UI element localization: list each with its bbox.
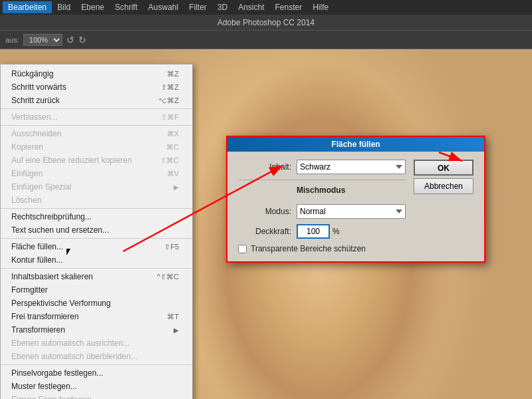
menu-item-ebenen-ausrichten[interactable]: Ebenen automatisch ausrichten... xyxy=(1,336,192,350)
zoom-select[interactable]: 100% xyxy=(23,34,63,46)
item-shortcut: ⌥⌘Z xyxy=(158,96,179,105)
menu-ebene[interactable]: Ebene xyxy=(76,1,110,13)
fill-dialog: Fläche füllen Inhalt: Schwarz Weiß Farbe… xyxy=(226,136,485,263)
menu-item-perspektivisch[interactable]: Perspektivische Verformung xyxy=(1,297,192,310)
item-label: Schritt zurück xyxy=(11,96,60,105)
menu-hilfe[interactable]: Hilfe xyxy=(307,1,334,13)
menu-section-6: Inhaltsbasiert skalieren ^⇧⌘C Formgitter… xyxy=(1,269,192,365)
main-area: Rückgängig ⌘Z Schritt vorwärts ⇧⌘Z Schri… xyxy=(0,49,532,399)
item-label: Inhaltsbasiert skalieren xyxy=(11,272,93,281)
dialog-buttons: OK Abbrechen xyxy=(414,160,473,194)
item-label: Perspektivische Verformung xyxy=(11,299,110,308)
inhalt-select[interactable]: Schwarz Weiß Farbe... xyxy=(297,160,406,174)
menu-item-muster-festlegen[interactable]: Muster festlegen... xyxy=(1,380,192,393)
item-label: Pinselvorgabe festlegen... xyxy=(11,368,103,378)
dropdown-menu: Rückgängig ⌘Z Schritt vorwärts ⇧⌘Z Schri… xyxy=(0,64,193,399)
menu-item-kopieren[interactable]: Kopieren ⌘C xyxy=(1,140,192,154)
menu-item-ausschneiden[interactable]: Ausschneiden ⌘X xyxy=(1,127,192,140)
dialog-title: Fläche füllen xyxy=(227,137,484,152)
menu-item-kopieren-reduziert[interactable]: Auf eine Ebene reduziert kopieren ⇧⌘C xyxy=(1,154,192,167)
menu-item-einfugen[interactable]: Einfügen ⌘V xyxy=(1,167,192,180)
item-label: Muster festlegen... xyxy=(11,382,77,391)
item-label: Frei transformieren xyxy=(11,312,78,321)
menu-schrift[interactable]: Schrift xyxy=(110,1,143,13)
item-shortcut: ⌘V xyxy=(167,170,179,178)
deckkraft-unit: % xyxy=(332,227,340,236)
modus-row: Modus: Normal Multiplizieren Überlagern xyxy=(238,204,406,219)
dialog-divider-1 xyxy=(238,180,406,180)
item-label: Fläche füllen... xyxy=(11,242,63,251)
menu-section-4: Rechtschreibprüfung... Text suchen und e… xyxy=(1,209,192,239)
menu-item-inhaltsbasiert[interactable]: Inhaltsbasiert skalieren ^⇧⌘C xyxy=(1,270,192,283)
item-label: Auf eine Ebene reduziert kopieren xyxy=(11,156,132,165)
item-shortcut: ▶ xyxy=(174,327,179,334)
ok-button[interactable]: OK xyxy=(414,160,473,176)
item-shortcut: ^⇧⌘C xyxy=(157,273,179,281)
item-shortcut: ⌘Z xyxy=(167,70,179,78)
item-label: Transformieren xyxy=(11,325,65,334)
menu-item-ebenen-ueberblenden[interactable]: Ebenen automatisch überblenden... xyxy=(1,350,192,363)
item-label: Eigene Form festlegen... xyxy=(11,395,98,399)
dialog-fields: Inhalt: Schwarz Weiß Farbe... Mischmodus xyxy=(238,160,406,253)
item-shortcut: ⌘X xyxy=(167,130,179,138)
toolbar-icon1[interactable]: ↺ xyxy=(66,35,74,45)
menu-item-frei-transformieren[interactable]: Frei transformieren ⌘T xyxy=(1,310,192,323)
toolbar-icon2[interactable]: ↻ xyxy=(78,35,86,45)
toolbar-aus-label: aus: xyxy=(5,36,19,44)
toolbar: aus: 100% ↺ ↻ xyxy=(0,31,532,49)
item-label: Text suchen und ersetzen... xyxy=(11,225,109,235)
menu-item-eigene-form[interactable]: Eigene Form festlegen... xyxy=(1,393,192,399)
menu-section-5: Fläche füllen... ⇧F5 Kontur füllen... xyxy=(1,239,192,269)
deckkraft-input[interactable] xyxy=(297,224,330,239)
menu-auswahl[interactable]: Auswahl xyxy=(143,1,184,13)
menu-bar: Bearbeiten Bild Ebene Schrift Auswahl Fi… xyxy=(0,0,532,15)
item-label: Kontur füllen... xyxy=(11,255,63,265)
item-shortcut: ⌘C xyxy=(166,143,179,152)
checkbox-row: Transparente Bereiche schützen xyxy=(238,244,406,253)
item-label: Verblassen... xyxy=(11,112,57,122)
item-shortcut: ▶ xyxy=(174,184,179,191)
item-label: Schritt vorwärts xyxy=(11,82,66,92)
modus-label: Modus: xyxy=(238,207,291,216)
title-bar: Adobe Photoshop CC 2014 xyxy=(0,15,532,31)
menu-item-transformieren[interactable]: Transformieren ▶ xyxy=(1,323,192,336)
menu-item-kontur-fullen[interactable]: Kontur füllen... xyxy=(1,253,192,267)
item-label: Löschen xyxy=(11,196,41,205)
menu-item-schritt-vorwarts[interactable]: Schritt vorwärts ⇧⌘Z xyxy=(1,80,192,94)
item-label: Einfügen Spezial xyxy=(11,182,71,192)
menu-item-formgitter[interactable]: Formgitter xyxy=(1,283,192,297)
menu-item-rechtschreibprufung[interactable]: Rechtschreibprüfung... xyxy=(1,210,192,223)
menu-item-einfugen-spezial[interactable]: Einfügen Spezial ▶ xyxy=(1,180,192,194)
menu-item-text-suchen[interactable]: Text suchen und ersetzen... xyxy=(1,223,192,237)
item-label: Ebenen automatisch ausrichten... xyxy=(11,338,130,348)
item-label: Formgitter xyxy=(11,285,48,295)
menu-filter[interactable]: Filter xyxy=(184,1,212,13)
menu-bild[interactable]: Bild xyxy=(52,1,76,13)
menu-item-ruckgangig[interactable]: Rückgängig ⌘Z xyxy=(1,67,192,80)
checkbox-label: Transparente Bereiche schützen xyxy=(251,244,366,253)
cancel-button[interactable]: Abbrechen xyxy=(414,178,473,194)
transparent-checkbox[interactable] xyxy=(238,245,247,253)
menu-item-loschen[interactable]: Löschen xyxy=(1,194,192,207)
item-shortcut: ⇧⌘Z xyxy=(161,83,179,92)
menu-ansicht[interactable]: Ansicht xyxy=(233,1,269,13)
item-label: Ausschneiden xyxy=(11,129,61,138)
item-label: Rechtschreibprüfung... xyxy=(11,212,92,221)
menu-item-schritt-zuruck[interactable]: Schritt zurück ⌥⌘Z xyxy=(1,94,192,107)
mischmodus-row: Mischmodus xyxy=(238,186,406,199)
menu-fenster[interactable]: Fenster xyxy=(270,1,308,13)
menu-section-1: Rückgängig ⌘Z Schritt vorwärts ⇧⌘Z Schri… xyxy=(1,66,192,109)
app-title: Adobe Photoshop CC 2014 xyxy=(217,18,315,27)
deckkraft-label: Deckkraft: xyxy=(238,227,291,236)
menu-3d[interactable]: 3D xyxy=(212,1,233,13)
modus-select[interactable]: Normal Multiplizieren Überlagern xyxy=(297,204,406,219)
item-shortcut: ⇧⌘F xyxy=(161,113,179,122)
item-shortcut: ⇧F5 xyxy=(164,243,179,251)
menu-item-pinselvorgabe[interactable]: Pinselvorgabe festlegen... xyxy=(1,366,192,380)
inhalt-row: Inhalt: Schwarz Weiß Farbe... xyxy=(238,160,406,174)
mischmodus-section-label: Mischmodus xyxy=(297,186,345,195)
menu-item-verblassen[interactable]: Verblassen... ⇧⌘F xyxy=(1,110,192,124)
menu-item-flache-fullen[interactable]: Fläche füllen... ⇧F5 xyxy=(1,240,192,253)
menu-bearbeiten[interactable]: Bearbeiten xyxy=(3,1,52,13)
item-shortcut: ⇧⌘C xyxy=(160,156,179,165)
